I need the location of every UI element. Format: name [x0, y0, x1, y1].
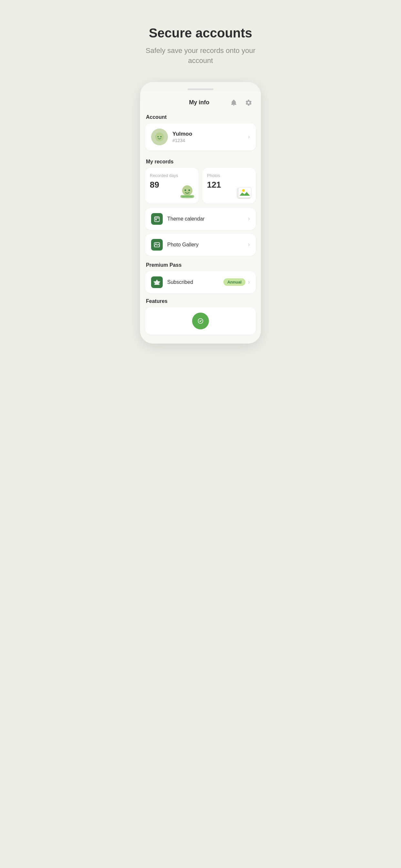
- svg-rect-9: [182, 196, 193, 197]
- photos-label: Photos: [207, 173, 251, 178]
- premium-section-label: Premium Pass: [140, 259, 261, 271]
- annual-badge: Annual: [223, 278, 245, 286]
- svg-rect-15: [156, 216, 157, 217]
- character-illustration: [178, 183, 197, 202]
- svg-point-2: [158, 136, 159, 137]
- subscribed-icon: [151, 276, 163, 288]
- svg-point-1: [155, 132, 164, 141]
- recorded-days-card[interactable]: Recorded days 89: [145, 168, 198, 204]
- photo-gallery-left: Photo Gallery: [151, 239, 198, 251]
- theme-calendar-icon: [151, 213, 163, 225]
- records-grid: Recorded days 89: [145, 168, 256, 204]
- photo-illustration: [236, 185, 253, 201]
- recorded-days-label: Recorded days: [150, 173, 194, 178]
- photo-gallery-right: ›: [248, 241, 250, 248]
- features-section-label: Features: [140, 297, 261, 307]
- svg-point-6: [185, 189, 186, 191]
- phone-mockup: My info Account: [140, 82, 261, 344]
- features-action-button[interactable]: [192, 313, 209, 330]
- account-details: Yulmoo #1234: [173, 131, 192, 143]
- nav-icons: [228, 97, 254, 108]
- account-id: #1234: [173, 138, 192, 143]
- features-card: [145, 307, 256, 335]
- page-title: Secure accounts: [143, 26, 258, 40]
- account-info: Yulmoo #1234: [151, 128, 192, 145]
- theme-calendar-label: Theme calendar: [167, 216, 205, 222]
- phone-notch: [140, 82, 261, 92]
- photo-gallery-label: Photo Gallery: [167, 242, 198, 248]
- account-card[interactable]: Yulmoo #1234 ›: [145, 123, 256, 151]
- photo-gallery-icon: [151, 239, 163, 251]
- nav-bar: My info: [140, 92, 261, 112]
- svg-point-0: [234, 104, 235, 105]
- subscribed-item[interactable]: Subscribed Annual ›: [145, 271, 256, 293]
- theme-calendar-item[interactable]: Theme calendar ›: [145, 208, 256, 230]
- avatar: [151, 128, 168, 145]
- subscribed-left: Subscribed: [151, 276, 193, 288]
- svg-point-7: [189, 189, 190, 191]
- header-section: Secure accounts Safely save your records…: [134, 20, 267, 82]
- subscribed-chevron-icon: ›: [248, 279, 250, 285]
- svg-rect-17: [155, 219, 157, 220]
- svg-point-13: [242, 189, 245, 192]
- account-section-label: Account: [140, 112, 261, 123]
- photo-gallery-chevron-icon: ›: [248, 241, 250, 248]
- nav-title: My info: [170, 99, 228, 106]
- theme-calendar-left: Theme calendar: [151, 213, 205, 225]
- account-name: Yulmoo: [173, 131, 192, 137]
- bell-icon[interactable]: [228, 97, 239, 108]
- theme-calendar-right: ›: [248, 215, 250, 222]
- page-subtitle: Safely save your records onto your accou…: [143, 46, 258, 66]
- svg-rect-12: [238, 187, 251, 197]
- notch-bar: [188, 89, 213, 90]
- photo-gallery-item[interactable]: Photo Gallery ›: [145, 234, 256, 256]
- account-chevron-icon: ›: [248, 133, 250, 140]
- svg-point-5: [182, 185, 192, 196]
- phone-screen: My info Account: [140, 92, 261, 344]
- svg-rect-16: [158, 216, 158, 217]
- records-section-label: My records: [140, 156, 261, 168]
- settings-icon[interactable]: [243, 97, 254, 108]
- theme-calendar-chevron-icon: ›: [248, 215, 250, 222]
- svg-point-3: [160, 136, 162, 137]
- photos-card[interactable]: Photos 121: [203, 168, 256, 204]
- svg-rect-14: [155, 217, 159, 221]
- subscribed-label: Subscribed: [167, 279, 193, 285]
- subscribed-right: Annual ›: [223, 278, 250, 286]
